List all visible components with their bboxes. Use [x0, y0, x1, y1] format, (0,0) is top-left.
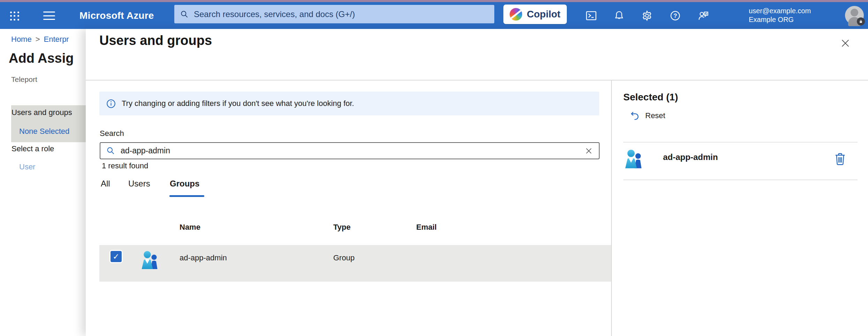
group-icon	[624, 149, 644, 171]
feedback-button[interactable]	[697, 9, 710, 22]
reset-label: Reset	[645, 111, 665, 120]
panel-close-button[interactable]	[840, 38, 851, 48]
feedback-icon	[698, 10, 709, 22]
copilot-label: Copilot	[527, 9, 560, 20]
search-icon	[180, 10, 189, 19]
active-tab-underline	[169, 195, 204, 197]
waffle-menu-icon[interactable]	[9, 10, 20, 22]
users-and-groups-panel: Users and groups Try changing or adding …	[86, 29, 868, 336]
clear-icon	[585, 147, 593, 155]
column-header-name: Name	[180, 223, 200, 232]
panel-vertical-divider	[611, 80, 612, 336]
page-title: Add Assig	[9, 51, 74, 66]
info-icon	[106, 99, 116, 108]
gear-icon	[641, 10, 653, 22]
table-row[interactable]: ad-app-admin Group	[99, 245, 611, 282]
users-groups-step-value-link[interactable]: None Selected	[19, 127, 69, 136]
row-type: Group	[333, 253, 355, 262]
breadcrumb-separator: >	[36, 35, 40, 44]
page-subtitle: Teleport	[11, 75, 37, 84]
copilot-button[interactable]: Copilot	[503, 5, 567, 24]
close-icon	[840, 38, 851, 48]
copilot-logo-icon	[510, 8, 522, 21]
reset-button[interactable]: Reset	[630, 110, 665, 121]
row-name: ad-app-admin	[180, 253, 227, 262]
global-search-input[interactable]	[194, 9, 489, 19]
info-banner-text: Try changing or adding filters if you do…	[122, 99, 354, 108]
title-divider	[86, 80, 868, 81]
help-button[interactable]: ?	[669, 9, 682, 22]
account-org: Example ORG	[749, 15, 811, 24]
tab-all[interactable]: All	[101, 179, 110, 189]
tab-groups[interactable]: Groups	[170, 179, 199, 189]
brand-title: Microsoft Azure	[79, 2, 154, 29]
azure-top-bar: Microsoft Azure Copilot ?	[0, 2, 868, 29]
role-step-label: Select a role	[12, 144, 54, 153]
role-step-value-link[interactable]: User	[19, 162, 35, 171]
remove-selected-button[interactable]	[834, 152, 846, 166]
info-banner: Try changing or adding filters if you do…	[99, 92, 599, 115]
cloud-shell-button[interactable]	[585, 9, 597, 22]
notifications-button[interactable]	[613, 9, 625, 22]
selected-item-name: ad-app-admin	[663, 152, 718, 162]
svg-text:?: ?	[673, 13, 677, 19]
account-email: user@example.com	[749, 7, 811, 15]
trash-icon	[834, 152, 846, 166]
panel-search-box[interactable]	[100, 142, 600, 159]
column-header-email: Email	[416, 223, 437, 232]
search-label: Search	[100, 129, 124, 138]
result-count: 1 result found	[102, 161, 148, 170]
tab-users[interactable]: Users	[128, 179, 150, 189]
clear-search-button[interactable]	[584, 146, 593, 155]
account-info[interactable]: user@example.com Example ORG	[749, 7, 811, 24]
selected-divider-top	[623, 142, 858, 143]
bell-icon	[614, 10, 625, 21]
settings-button[interactable]	[641, 9, 653, 22]
breadcrumb-trail-link[interactable]: Enterpr	[44, 35, 69, 44]
selected-divider-bottom	[623, 180, 858, 180]
avatar[interactable]	[845, 6, 864, 25]
lock-icon	[857, 17, 865, 25]
hamburger-menu-icon[interactable]	[43, 12, 55, 20]
panel-search-input[interactable]	[121, 146, 584, 155]
search-icon	[106, 146, 115, 155]
undo-icon	[630, 110, 640, 121]
group-icon	[140, 250, 159, 272]
breadcrumb-home-link[interactable]: Home	[11, 35, 32, 44]
global-search-bar[interactable]	[174, 5, 494, 23]
breadcrumb: Home>Enterpr	[11, 35, 69, 44]
cloud-shell-icon	[585, 10, 597, 22]
users-groups-step-label: Users and groups	[12, 108, 72, 117]
help-icon: ?	[670, 10, 681, 21]
selected-heading: Selected (1)	[623, 92, 678, 103]
row-checkbox[interactable]	[109, 250, 123, 263]
column-header-type: Type	[333, 223, 351, 232]
panel-title: Users and groups	[99, 33, 212, 48]
